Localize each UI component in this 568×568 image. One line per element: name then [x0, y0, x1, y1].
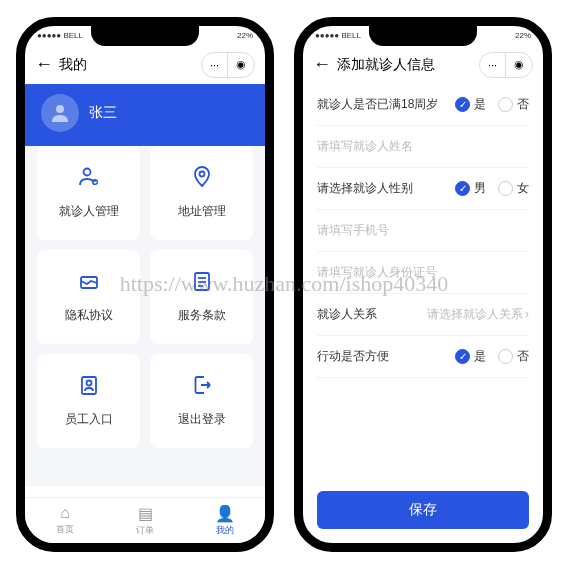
- list-icon: ▤: [138, 504, 153, 523]
- radio-icon: [498, 181, 513, 196]
- row-label: 就诊人是否已满18周岁: [317, 96, 438, 113]
- save-label: 保存: [409, 501, 437, 519]
- card-terms[interactable]: 服务条款: [150, 250, 253, 344]
- target-icon[interactable]: ◉: [228, 53, 254, 77]
- row-idcard[interactable]: 请填写就诊人身份证号: [317, 252, 529, 294]
- chevron-right-icon: ›: [525, 307, 529, 321]
- radio-icon: [498, 97, 513, 112]
- svg-point-10: [86, 381, 91, 386]
- battery: 22%: [515, 31, 531, 40]
- page-title: 添加就诊人信息: [337, 56, 435, 74]
- inbox-icon: [77, 269, 101, 299]
- phone-right: ●●●●● BELL 22% ← 添加就诊人信息 ··· ◉ 就诊人是否已满18…: [294, 17, 552, 552]
- row-mobility: 行动是否方便 ✓是 否: [317, 336, 529, 378]
- form: 就诊人是否已满18周岁 ✓是 否 请填写就诊人姓名 请选择就诊人性别 ✓男 女 …: [303, 84, 543, 378]
- phone-placeholder: 请填写手机号: [317, 222, 389, 239]
- back-icon[interactable]: ←: [313, 54, 331, 75]
- user-icon: 👤: [215, 504, 235, 523]
- row-age: 就诊人是否已满18周岁 ✓是 否: [317, 84, 529, 126]
- home-icon: ⌂: [60, 504, 70, 522]
- check-icon: ✓: [455, 181, 470, 196]
- notch: [91, 26, 199, 46]
- row-label: 就诊人关系: [317, 306, 377, 323]
- tab-profile[interactable]: 👤 我的: [185, 498, 265, 543]
- page-title: 我的: [59, 56, 87, 74]
- back-icon[interactable]: ←: [35, 54, 53, 75]
- battery: 22%: [237, 31, 253, 40]
- location-icon: [190, 165, 214, 195]
- svg-point-0: [56, 105, 64, 113]
- radio-yes[interactable]: ✓是: [455, 96, 486, 113]
- card-label: 就诊人管理: [59, 203, 119, 220]
- radio-female[interactable]: 女: [498, 180, 529, 197]
- tabbar: ⌂ 首页 ▤ 订单 👤 我的: [25, 497, 265, 543]
- row-phone[interactable]: 请填写手机号: [317, 210, 529, 252]
- card-label: 地址管理: [178, 203, 226, 220]
- svg-point-1: [83, 169, 90, 176]
- card-staff[interactable]: 员工入口: [37, 354, 140, 448]
- notch: [369, 26, 477, 46]
- card-label: 服务条款: [178, 307, 226, 324]
- tab-orders[interactable]: ▤ 订单: [105, 498, 185, 543]
- save-button[interactable]: 保存: [317, 491, 529, 529]
- nav-bar: ← 添加就诊人信息 ··· ◉: [303, 46, 543, 84]
- logout-icon: [190, 373, 214, 403]
- idcard-placeholder: 请填写就诊人身份证号: [317, 264, 437, 281]
- card-label: 隐私协议: [65, 307, 113, 324]
- tab-label: 我的: [216, 524, 234, 537]
- carrier: ●●●●● BELL: [37, 31, 83, 40]
- card-privacy[interactable]: 隐私协议: [37, 250, 140, 344]
- badge-icon: [77, 373, 101, 403]
- phone-left: ●●●●● BELL 22% ← 我的 ··· ◉ 张三 就诊人管理: [16, 17, 274, 552]
- relation-placeholder: 请选择就诊人关系: [427, 306, 523, 323]
- avatar[interactable]: [41, 94, 79, 132]
- menu-icon[interactable]: ···: [480, 53, 506, 77]
- check-icon: ✓: [455, 349, 470, 364]
- capsule: ··· ◉: [479, 52, 533, 78]
- grid-area: 就诊人管理 地址管理 隐私协议 服务条款: [25, 146, 265, 486]
- row-gender: 请选择就诊人性别 ✓男 女: [317, 168, 529, 210]
- tab-home[interactable]: ⌂ 首页: [25, 498, 105, 543]
- card-logout[interactable]: 退出登录: [150, 354, 253, 448]
- tab-label: 首页: [56, 523, 74, 536]
- card-address[interactable]: 地址管理: [150, 146, 253, 240]
- document-icon: [190, 269, 214, 299]
- row-label: 请选择就诊人性别: [317, 180, 413, 197]
- target-icon[interactable]: ◉: [506, 53, 532, 77]
- username: 张三: [89, 104, 117, 122]
- card-label: 员工入口: [65, 411, 113, 428]
- radio-no[interactable]: 否: [498, 348, 529, 365]
- capsule: ··· ◉: [201, 52, 255, 78]
- radio-no[interactable]: 否: [498, 96, 529, 113]
- svg-point-2: [92, 179, 98, 185]
- radio-male[interactable]: ✓男: [455, 180, 486, 197]
- row-relation[interactable]: 就诊人关系 请选择就诊人关系›: [317, 294, 529, 336]
- row-name[interactable]: 请填写就诊人姓名: [317, 126, 529, 168]
- nav-bar: ← 我的 ··· ◉: [25, 46, 265, 84]
- radio-yes[interactable]: ✓是: [455, 348, 486, 365]
- check-icon: ✓: [455, 97, 470, 112]
- name-placeholder: 请填写就诊人姓名: [317, 138, 413, 155]
- svg-point-3: [199, 172, 204, 177]
- tab-label: 订单: [136, 524, 154, 537]
- radio-icon: [498, 349, 513, 364]
- menu-icon[interactable]: ···: [202, 53, 228, 77]
- card-label: 退出登录: [178, 411, 226, 428]
- card-patient[interactable]: 就诊人管理: [37, 146, 140, 240]
- person-icon: [77, 165, 101, 195]
- row-label: 行动是否方便: [317, 348, 389, 365]
- carrier: ●●●●● BELL: [315, 31, 361, 40]
